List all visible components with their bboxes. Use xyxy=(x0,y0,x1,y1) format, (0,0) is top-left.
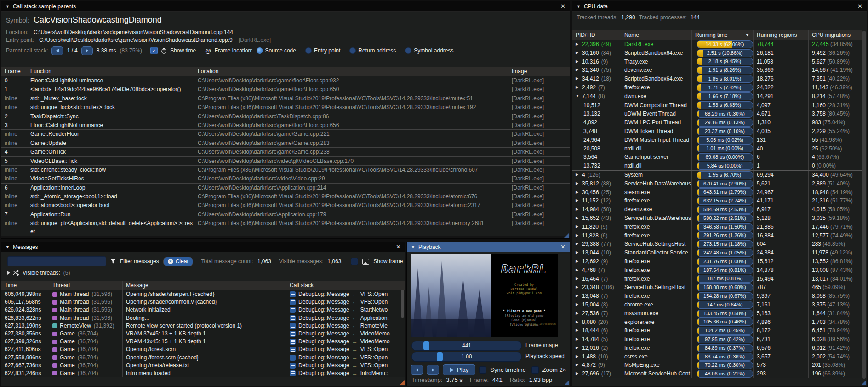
slider-thumb[interactable] xyxy=(423,341,429,350)
callstack-list-icon[interactable] xyxy=(290,315,296,321)
table-row[interactable]: 13,132uDWM Event Thread68.29 ms (0.30%)4… xyxy=(572,110,862,118)
table-row[interactable]: ▶30,160(84)ScriptedSandbox64.exe2.51 s (… xyxy=(572,49,862,58)
expand-icon[interactable]: ▶ xyxy=(576,40,580,49)
column-header-cpu-migrations[interactable]: CPU migrations xyxy=(809,30,862,40)
column-header-callstack[interactable]: Call stack xyxy=(286,281,405,290)
table-row[interactable]: 13,732ntdll.dll5.84 us (0.00%)10 (0.00%) xyxy=(572,162,862,171)
table-row[interactable]: inlinestd::unique_lock<std::mutex>::lock… xyxy=(1,103,570,112)
expand-icon[interactable]: ▶ xyxy=(576,223,580,231)
table-row[interactable]: 6Application::InnerLoopC:\Users\wolf\Des… xyxy=(1,184,570,192)
radio-return-address[interactable] xyxy=(349,47,356,54)
table-row[interactable]: ▶4,768(7)firefox.exe187.54 ms (0.81%)14,… xyxy=(572,266,862,275)
radio-entry-point[interactable] xyxy=(305,47,312,54)
expand-icon[interactable]: ▶ xyxy=(576,335,580,344)
table-row[interactable]: 606,117,568nsMain thread(31,596)Opening … xyxy=(1,298,405,306)
table-row[interactable]: inlinestd::atomic<bool>::operator boolC:… xyxy=(1,201,570,210)
expand-icon[interactable]: ▶ xyxy=(576,83,580,92)
expand-icon[interactable]: ▶ xyxy=(576,231,580,240)
expand-icon[interactable]: ▶ xyxy=(576,292,580,300)
callstack-list-icon[interactable] xyxy=(290,299,296,305)
table-row[interactable]: 0Floor::CalcLightNoLuminanceC:\Users\wol… xyxy=(1,76,570,85)
expand-icon[interactable]: ▶ xyxy=(576,248,580,257)
callstack-list-icon[interactable] xyxy=(290,370,296,376)
table-row[interactable]: inlinestd::unique_ptr<Application,std::d… xyxy=(1,219,570,237)
table-row[interactable]: 627,313,190nsRemoteView(31,392)Remote vi… xyxy=(1,322,405,330)
expand-icon[interactable]: ▶ xyxy=(576,370,580,378)
filter-input[interactable] xyxy=(7,256,106,266)
expand-icon[interactable] xyxy=(7,271,10,275)
table-row[interactable]: ▶27,536(7)msvsmon.exe133.45 ms (0.58%)5,… xyxy=(572,309,862,318)
table-row[interactable]: 24,964DWM Master Input Thread5.03 ms (0.… xyxy=(572,136,862,144)
table-row[interactable]: ▶16,464(7)firefox.exe187 ms (0.81%)15,49… xyxy=(572,275,862,283)
table-row[interactable]: 2TaskDispatch::SyncC:\Users\wolf\Desktop… xyxy=(1,112,570,121)
horizontal-scrollbar[interactable] xyxy=(1,236,570,239)
table-row[interactable]: 20,508ntdll.dll1.01 ms (0.00%)4025 (62.5… xyxy=(572,144,862,153)
table-row[interactable]: 3,564GameInput server69.68 us (0.00%)64 … xyxy=(572,153,862,162)
table-row[interactable]: ▶11,828(6)firefox.exe291.26 ms (1.26%)16… xyxy=(572,231,862,240)
table-row[interactable]: 10,512DWM Compositor Thread1.53 s (6.63%… xyxy=(572,101,862,110)
expand-icon[interactable]: ▶ xyxy=(576,49,580,58)
table-row[interactable]: ▶1,488(10)csrss.exe83.74 ms (0.36%)3,657… xyxy=(572,352,862,361)
collapse-icon[interactable]: ▼ xyxy=(577,4,581,9)
clear-button[interactable]: ✕ Clear xyxy=(163,257,194,266)
table-row[interactable]: ▶4,872(9)MsMpEng.exe70.22 ms (0.30%)5732… xyxy=(572,361,862,370)
radio-symbol-address[interactable] xyxy=(405,47,411,54)
collapse-icon[interactable]: ▼ xyxy=(6,4,10,9)
column-header-pid[interactable]: PID/TID xyxy=(572,30,621,40)
table-row[interactable]: ▶23,348(106)ServiceHub.SettingsHost158.0… xyxy=(572,283,862,292)
table-row[interactable]: 606,049,398nsMain thread(31,596)Opening … xyxy=(1,290,405,298)
expand-icon[interactable]: ▶ xyxy=(576,318,580,327)
table-row[interactable]: ▶13,048(7)firefox.exe154.28 ms (0.67%)9,… xyxy=(572,292,862,300)
expand-icon[interactable]: ▶ xyxy=(576,171,580,179)
column-header-message[interactable]: Message xyxy=(123,281,286,290)
expand-icon[interactable]: ▶ xyxy=(576,240,580,248)
expand-icon[interactable]: ▶ xyxy=(576,196,580,205)
table-row[interactable]: ▶22,396(49)DarkRL.exe14.33 s (62.06%)78,… xyxy=(572,40,862,49)
close-icon[interactable]: ✕ xyxy=(560,3,565,10)
play-button[interactable]: Play xyxy=(443,364,475,375)
expand-icon[interactable]: ▶ xyxy=(576,275,580,283)
table-row[interactable]: ▶2,492(7)firefox.exe1.71 s (7.42%)24,022… xyxy=(572,83,862,92)
expand-icon[interactable]: ▶ xyxy=(576,361,580,370)
sync-timeline-checkbox[interactable] xyxy=(479,366,486,374)
next-parent-button[interactable] xyxy=(81,46,93,55)
column-header-running-regions[interactable]: Running regions xyxy=(754,30,809,40)
column-header-image[interactable]: Image xyxy=(508,67,570,76)
table-row[interactable]: 7Application::RunC:\Users\wolf\Desktop\d… xyxy=(1,210,570,219)
expand-icon[interactable]: ▶ xyxy=(576,188,580,197)
table-row[interactable]: 627,831,246nsGame(36,704)Intro menu load… xyxy=(1,370,405,377)
expand-icon[interactable]: ▶ xyxy=(576,326,580,335)
table-row[interactable]: ▶15,652(43)ServiceHub.DataWarehouse580.2… xyxy=(572,214,862,223)
table-row[interactable]: 3Floor::CalcLightNoLuminanceC:\Users\wol… xyxy=(1,121,570,130)
table-row[interactable]: 626,024,328nsMain thread(31,596)Network … xyxy=(1,306,405,314)
expand-icon[interactable]: ▼ xyxy=(576,92,580,101)
radio-source-code[interactable] xyxy=(257,47,263,54)
close-icon[interactable]: ✕ xyxy=(857,3,862,10)
table-row[interactable]: 627,411,606nsGame(36,704)Opening /forest… xyxy=(1,346,405,353)
table-row[interactable]: ▶10,316(9)Tracy.exe2.18 s (9.45%)11,0585… xyxy=(572,58,862,66)
prev-parent-button[interactable] xyxy=(51,46,63,55)
table-row[interactable]: ▶29,388(77)ServiceHub.SettingsHost273.15… xyxy=(572,240,862,248)
table-row[interactable]: ▶12,692(9)firefox.exe231.76 ms (1.00%)15… xyxy=(572,257,862,266)
table-row[interactable]: ▼7,144(8)dwm.exe1.66 s (7.18%)14,2918,21… xyxy=(572,92,862,101)
resize-handle[interactable] xyxy=(400,380,405,385)
table-row[interactable]: ▶13,044(10)StandardCollector.Service242.… xyxy=(572,248,862,257)
callstack-list-icon[interactable] xyxy=(290,291,296,297)
table-row[interactable]: 4,092DWM LPC Port Thread29.16 ms (0.13%)… xyxy=(572,118,862,127)
expand-icon[interactable]: ▶ xyxy=(576,266,580,275)
expand-icon[interactable]: ▶ xyxy=(576,300,580,309)
show-time-checkbox[interactable]: ✓ xyxy=(150,47,158,54)
frame-image-slider[interactable]: 441 xyxy=(411,341,522,351)
collapse-icon[interactable]: ▼ xyxy=(411,245,415,249)
close-icon[interactable]: ✕ xyxy=(396,243,401,250)
table-row[interactable]: 627,380,356nsGame(36,704)VRAM 37x45: 13 … xyxy=(1,330,405,338)
cpu-scrollbar[interactable] xyxy=(862,31,866,379)
callstack-list-icon[interactable] xyxy=(290,347,296,352)
table-row[interactable]: inlineVideo::GetTicksHiResC:\Users\wolf\… xyxy=(1,174,570,183)
slider-thumb[interactable] xyxy=(437,352,443,361)
close-icon[interactable]: ✕ xyxy=(560,243,565,250)
expand-icon[interactable]: ▶ xyxy=(576,309,580,318)
table-row[interactable]: ▶34,412(18)ScriptedSandbox64.exe1.85 s (… xyxy=(572,75,862,83)
next-frame-button[interactable] xyxy=(427,365,439,375)
column-header-thread[interactable]: Thread xyxy=(49,281,123,290)
